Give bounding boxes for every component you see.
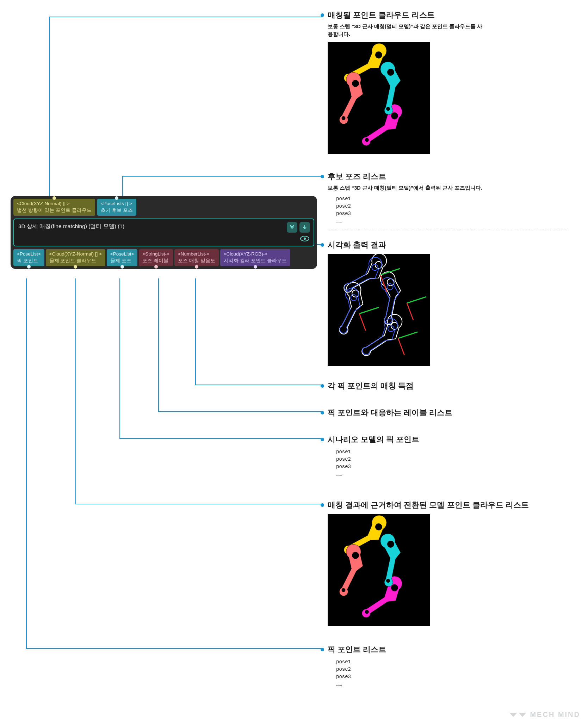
port-label: 포즈 레이블 <box>142 257 169 264</box>
watermark-icon <box>519 713 526 717</box>
node-outputs: <PoseList> 픽 포인트 <Cloud(XYZ-Normal) [] >… <box>11 246 317 269</box>
annotation-in0: 매칭될 포인트 클라우드 리스트 보통 스텝 “3D 근사 매칭(멀티 모델)”… <box>328 10 581 154</box>
annotation-title: 각 픽 포인트의 매칭 득점 <box>328 381 581 391</box>
pose-item: pose1 <box>336 448 581 456</box>
pose-item: …… <box>336 471 581 478</box>
node-inputs: <Cloud(XYZ-Normal) [] > 법선 방향이 있는 포인트 클라… <box>11 196 317 216</box>
annotation-in1: 후보 포즈 리스트 보통 스텝 “3D 근사 매칭(멀티 모델)”에서 출력된 … <box>328 171 581 225</box>
collapse-icon[interactable] <box>287 222 297 233</box>
pose-list: pose1 pose2 pose3 …… <box>336 448 581 478</box>
pose-item: …… <box>336 217 581 225</box>
bullet-icon <box>321 438 324 441</box>
annotation-out0: 픽 포인트 리스트 pose1 pose2 pose3 …… <box>328 644 581 688</box>
bullet-icon <box>321 503 324 507</box>
node-title-text: 3D 상세 매칭(fine matching) (멀티 모델) (1) <box>18 223 124 229</box>
bullet-icon <box>321 13 324 17</box>
pose-item: pose1 <box>336 195 581 203</box>
step-node: <Cloud(XYZ-Normal) [] > 법선 방향이 있는 포인트 클라… <box>11 196 317 269</box>
pose-item: …… <box>336 681 581 688</box>
divider <box>328 230 567 230</box>
pose-item: pose3 <box>336 463 581 471</box>
annotation-title: 매칭 결과에 근거하여 전환된 모델 포인트 클라우드 리스트 <box>328 500 581 510</box>
annotation-title: 픽 포인트 리스트 <box>328 644 581 655</box>
port-type: <Cloud(XYZ-Normal) [] > <box>49 251 102 257</box>
annotation-title: 픽 포인트와 대응하는 레이블 리스트 <box>328 407 581 418</box>
annotation-title: 시각화 출력 결과 <box>328 240 581 250</box>
port-type: <StringList-> <box>142 251 169 257</box>
input-port-poselists[interactable]: <PoseLists [] > 초기 후보 포즈 <box>97 199 137 216</box>
figure-transformed-cloud <box>328 514 430 626</box>
bullet-icon <box>321 411 324 414</box>
figure-pointcloud <box>328 42 430 154</box>
input-port-cloud[interactable]: <Cloud(XYZ-Normal) [] > 법선 방향이 있는 포인트 클라… <box>13 199 95 216</box>
port-type: <PoseList> <box>110 251 134 257</box>
pose-item: pose3 <box>336 210 581 217</box>
pose-item: pose3 <box>336 673 581 681</box>
pose-item: pose2 <box>336 666 581 673</box>
bullet-icon <box>321 384 324 388</box>
annotation-out2: 시나리오 모델의 픽 포인트 pose1 pose2 pose3 …… <box>328 434 581 478</box>
pose-list: pose1 pose2 pose3 …… <box>336 658 581 688</box>
port-label: 포즈 매칭 믿음도 <box>178 257 215 264</box>
arrow-down-icon[interactable] <box>299 222 310 233</box>
annotation-title: 매칭될 포인트 클라우드 리스트 <box>328 10 581 20</box>
pose-item: pose2 <box>336 203 581 210</box>
watermark: MECH MIND <box>509 711 580 719</box>
annotation-title: 시나리오 모델의 픽 포인트 <box>328 434 581 445</box>
port-type: <Cloud(XYZ-Normal) [] > <box>17 201 92 207</box>
annotation-out4: 각 픽 포인트의 매칭 득점 <box>328 381 581 393</box>
output-port-labels[interactable]: <StringList-> 포즈 레이블 <box>139 249 173 266</box>
bullet-icon <box>321 175 324 178</box>
port-type: <Cloud(XYZ-RGB)-> <box>224 251 287 257</box>
port-type: <PoseLists [] > <box>101 201 133 207</box>
svg-point-1 <box>304 238 306 240</box>
port-label: 픽 포인트 <box>17 257 41 264</box>
port-type: <NumberList-> <box>178 251 215 257</box>
port-label: 법선 방향이 있는 포인트 클라우드 <box>17 207 92 214</box>
annotation-subtitle: 보통 스텝 “3D 근사 매칭(멀티 모델)”과 같은 포인트 클라우드를 사용… <box>328 23 483 38</box>
output-port-objcloud[interactable]: <Cloud(XYZ-Normal) [] > 물체 포인트 클라우드 <box>46 249 105 266</box>
annotation-out1: 매칭 결과에 근거하여 전환된 모델 포인트 클라우드 리스트 <box>328 500 581 626</box>
watermark-text: MECH MIND <box>530 711 580 719</box>
annotation-out3: 픽 포인트와 대응하는 레이블 리스트 <box>328 407 581 420</box>
output-port-rgbcloud[interactable]: <Cloud(XYZ-RGB)-> 시각화 컬러 포인트 클라우드 <box>220 249 291 266</box>
port-label: 시각화 컬러 포인트 클라우드 <box>224 257 287 264</box>
eye-icon[interactable] <box>300 235 309 244</box>
bullet-icon <box>321 243 324 247</box>
node-title-bar[interactable]: 3D 상세 매칭(fine matching) (멀티 모델) (1) <box>13 219 314 246</box>
output-port-objpose[interactable]: <PoseList> 물체 포즈 <box>107 249 138 266</box>
port-type: <PoseList> <box>17 251 41 257</box>
pose-list: pose1 pose2 pose3 …… <box>336 195 581 225</box>
annotation-vis: 시각화 출력 결과 <box>328 240 581 366</box>
bullet-icon <box>321 648 324 651</box>
figure-visualisation <box>328 254 430 366</box>
port-label: 물체 포인트 클라우드 <box>49 257 102 264</box>
annotation-subtitle: 보통 스텝 “3D 근사 매칭(멀티 모델)”에서 출력된 근사 포즈입니다. <box>328 184 546 192</box>
output-port-pickpoint[interactable]: <PoseList> 픽 포인트 <box>13 249 44 266</box>
output-port-scores[interactable]: <NumberList-> 포즈 매칭 믿음도 <box>174 249 219 266</box>
pose-item: pose1 <box>336 658 581 666</box>
pose-item: pose2 <box>336 456 581 463</box>
port-label: 초기 후보 포즈 <box>101 207 133 214</box>
annotation-title: 후보 포즈 리스트 <box>328 171 581 182</box>
port-label: 물체 포즈 <box>110 257 134 264</box>
watermark-icon <box>509 713 517 717</box>
